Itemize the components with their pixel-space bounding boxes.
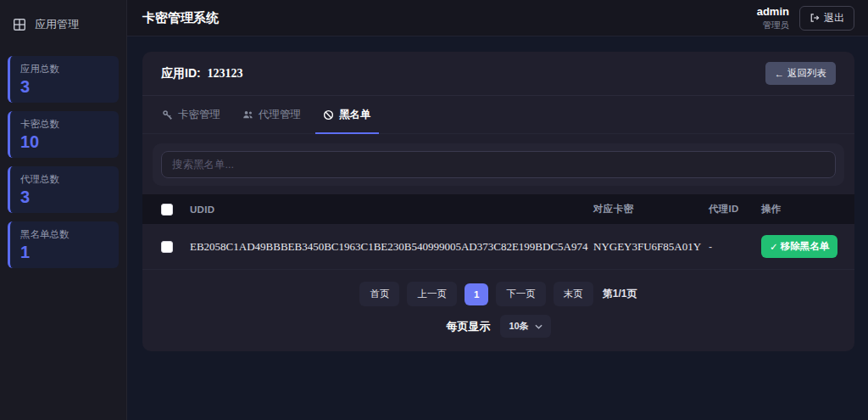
stat-value: 1 — [20, 244, 108, 260]
pagination: 首页 上一页 1 下一页 末页 第1/1页 — [142, 282, 854, 306]
next-page-button[interactable]: 下一页 — [496, 282, 546, 306]
prev-page-button[interactable]: 上一页 — [407, 282, 457, 306]
stat-label: 卡密总数 — [20, 118, 108, 131]
stat-value: 10 — [20, 133, 108, 150]
stat-label: 代理总数 — [20, 173, 108, 186]
search-section — [153, 143, 844, 186]
key-icon — [162, 109, 173, 120]
col-header-agent-id: 代理ID — [700, 194, 753, 224]
username: admin — [757, 5, 789, 19]
page-info: 第1/1页 — [603, 287, 637, 301]
tab-card-management[interactable]: 卡密管理 — [154, 96, 228, 134]
tab-label: 代理管理 — [259, 108, 301, 122]
tab-bar: 卡密管理 代理管理 — [142, 96, 854, 134]
cell-udid: EB2058C1AD49BBBEB3450BC1963C1BE230B54099… — [181, 224, 585, 270]
stats-list: 应用总数 3 卡密总数 10 代理总数 3 黑名单总数 1 — [0, 51, 126, 273]
logout-icon — [810, 13, 820, 23]
stat-card-cards: 卡密总数 10 — [8, 111, 119, 158]
back-to-list-button[interactable]: ← 返回列表 — [765, 62, 837, 85]
content: 应用ID: 123123 ← 返回列表 — [127, 36, 868, 420]
select-all-checkbox[interactable] — [161, 204, 173, 216]
page-1-button[interactable]: 1 — [465, 283, 488, 305]
page-size-value: 10条 — [509, 320, 528, 333]
cell-agent-id: - — [700, 224, 753, 270]
sidebar: 应用管理 应用总数 3 卡密总数 10 代理总数 3 黑名单总数 1 — [0, 0, 127, 420]
table-header-row: UDID 对应卡密 代理ID 操作 — [142, 194, 854, 224]
stat-card-blacklist: 黑名单总数 1 — [8, 221, 119, 268]
check-icon: ✓ — [770, 241, 778, 253]
user-block: admin 管理员 — [757, 5, 789, 30]
topbar-right: admin 管理员 退出 — [757, 5, 854, 30]
topbar: 卡密管理系统 admin 管理员 退出 — [127, 0, 868, 36]
grid-icon — [13, 18, 26, 31]
back-label: 返回列表 — [787, 67, 826, 80]
page-title: 卡密管理系统 — [142, 10, 219, 26]
logout-label: 退出 — [824, 11, 844, 25]
arrow-left-icon: ← — [775, 69, 785, 79]
app-id: 应用ID: 123123 — [161, 66, 243, 81]
tab-label: 卡密管理 — [178, 108, 220, 122]
stat-value: 3 — [20, 78, 108, 95]
logout-button[interactable]: 退出 — [799, 6, 854, 31]
tab-agent-management[interactable]: 代理管理 — [235, 96, 309, 134]
col-header-actions: 操作 — [753, 194, 854, 224]
ban-icon — [323, 109, 334, 120]
app-id-value: 123123 — [208, 67, 243, 80]
app-detail-card: 应用ID: 123123 ← 返回列表 — [142, 52, 854, 351]
remove-label: 移除黑名单 — [781, 240, 830, 253]
tab-blacklist[interactable]: 黑名单 — [315, 96, 379, 134]
blacklist-search-input[interactable] — [161, 151, 836, 178]
col-header-udid: UDID — [181, 194, 585, 224]
app-id-label: 应用ID: — [161, 66, 201, 80]
col-header-card-key: 对应卡密 — [585, 194, 700, 224]
stat-card-apps: 应用总数 3 — [8, 56, 119, 103]
first-page-button[interactable]: 首页 — [359, 282, 399, 306]
stat-label: 应用总数 — [20, 63, 108, 76]
user-role: 管理员 — [757, 20, 789, 31]
cell-card-key: NYGEY3FU6F85A01Y — [585, 224, 700, 270]
sidebar-item-app-management[interactable]: 应用管理 — [0, 0, 126, 51]
tab-label: 黑名单 — [339, 108, 371, 122]
page-size-select[interactable]: 10条 — [500, 315, 550, 338]
stat-value: 3 — [20, 188, 108, 205]
table-row: EB2058C1AD49BBBEB3450BC1963C1BE230B54099… — [142, 224, 854, 270]
remove-blacklist-button[interactable]: ✓ 移除黑名单 — [761, 235, 837, 258]
card-header: 应用ID: 123123 ← 返回列表 — [142, 52, 854, 96]
chevron-down-icon — [535, 324, 542, 329]
blacklist-table: UDID 对应卡密 代理ID 操作 EB2058C1AD49BBBEB3450B… — [142, 194, 854, 270]
stat-label: 黑名单总数 — [20, 228, 108, 241]
page-size-label: 每页显示 — [446, 319, 490, 334]
sidebar-item-label: 应用管理 — [35, 17, 79, 32]
main-area: 卡密管理系统 admin 管理员 退出 — [127, 0, 868, 420]
last-page-button[interactable]: 末页 — [554, 282, 593, 306]
stat-card-agents: 代理总数 3 — [8, 166, 119, 213]
row-checkbox[interactable] — [161, 241, 173, 253]
page-size-row: 每页显示 10条 — [142, 315, 854, 338]
users-icon — [242, 109, 253, 120]
